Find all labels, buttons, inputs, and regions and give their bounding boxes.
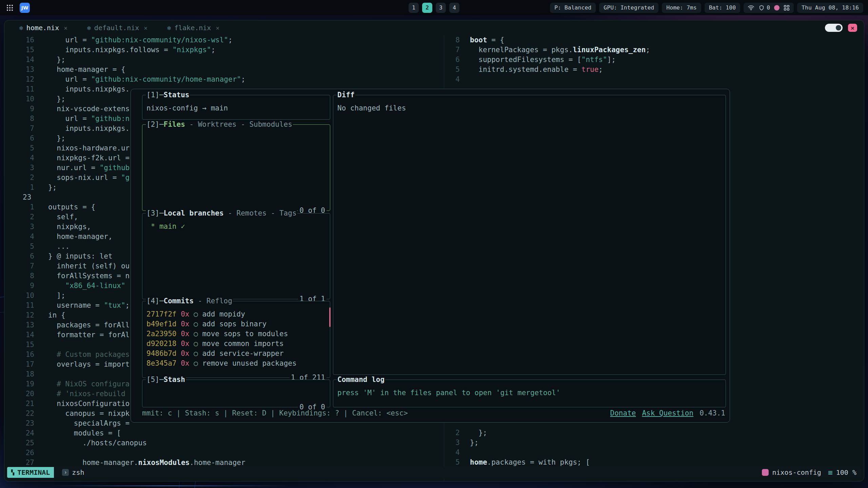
commit-row[interactable]: 2a23950 0x ○ move sops to modules <box>146 329 326 339</box>
workspaces: 1234 <box>409 3 459 13</box>
lazygit-status-panel[interactable]: [1]─Status nixos-config → main <box>142 95 330 120</box>
workspace-button-3[interactable]: 3 <box>436 3 446 13</box>
code-line: 13 home-manager = { <box>4 65 245 75</box>
session-name: nixos-config <box>772 468 821 476</box>
lazygit-branches-panel[interactable]: [3]─Local branches - Remotes - Tags * ma… <box>142 213 330 299</box>
mode-indicator: ▚ TERMINAL <box>7 467 54 478</box>
shell-tab-label: zsh <box>72 468 84 476</box>
pin-toggle[interactable] <box>825 24 843 32</box>
nix-flake-icon: ❄ <box>19 24 23 32</box>
lazygit-stash-panel[interactable]: [5]─Stash 0 of 0 <box>142 380 330 407</box>
tab-default.nix[interactable]: ❄default.nix× <box>87 24 147 32</box>
shield-icon[interactable] <box>758 4 765 11</box>
nix-flake-icon: ❄ <box>87 24 91 32</box>
code-line: 2 }; <box>430 428 590 438</box>
tab-zsh[interactable]: › zsh <box>57 467 90 478</box>
shield-count: 0 <box>767 4 770 11</box>
commit-row[interactable]: 2717f2f 0x ○ add mopidy <box>146 309 326 319</box>
code-line: 14 }; <box>4 55 245 65</box>
commit-row[interactable]: 9486b7d 0x ○ add service-wrapper <box>146 349 326 359</box>
status-module: GPU: Integrated <box>599 3 658 13</box>
color-indicator-icon[interactable] <box>774 5 780 11</box>
terminal-status-bar: ▚ TERMINAL › zsh nixos-config ≡ 100 % <box>7 467 861 478</box>
tab-close-icon[interactable]: × <box>216 24 219 32</box>
status-module: P: Balanced <box>550 3 596 13</box>
code-line: 27 home-manager.nixosModules.home-manage… <box>4 458 245 468</box>
commit-list: 2717f2f 0x ○ add mopidyb49ef1d 0x ○ add … <box>142 301 330 368</box>
tab-bar-tabs: ❄home.nix×❄default.nix×❄flake.nix× <box>19 24 219 32</box>
commits-scrollbar[interactable] <box>329 307 331 327</box>
donate-link[interactable]: Donate <box>610 408 636 418</box>
app-menu-icon[interactable] <box>5 3 15 13</box>
tab-close-icon[interactable]: × <box>144 24 147 32</box>
mode-label: TERMINAL <box>17 468 50 476</box>
grid-4-icon[interactable] <box>784 5 790 11</box>
lazygit-popup: [1]─Status nixos-config → main [2]─Files… <box>131 89 730 423</box>
code-line: 5home.packages = with pkgs; [ <box>430 458 590 467</box>
scroll-lines-icon: ≡ <box>828 468 833 477</box>
code-line: 4 <box>430 448 590 458</box>
code-line: 3}; <box>430 438 590 448</box>
wallpaper-glow-line <box>51 485 288 486</box>
tray: 0 <box>744 3 794 13</box>
scroll-percent: 100 % <box>836 468 856 476</box>
code-line: 25 ./hosts/canopus <box>4 438 245 448</box>
keybinding-hints: mmit: c | Stash: s | Reset: D | Keybindi… <box>142 408 408 418</box>
editor-pane-right-bottom[interactable]: 2 };3};45home.packages = with pkgs; [ <box>430 428 590 467</box>
lazygit-diff-panel[interactable]: Diff No changed files <box>333 95 726 375</box>
terminal-window: ❄home.nix×❄default.nix×❄flake.nix× × 16 … <box>4 20 864 482</box>
tab-bar: ❄home.nix×❄default.nix×❄flake.nix× × <box>4 20 864 35</box>
code-line: 7 kernelPackages = pkgs.linuxPackages_ze… <box>430 45 650 55</box>
code-line: 24 modules = [ <box>4 428 245 438</box>
workspace-button-2[interactable]: 2 <box>422 3 432 13</box>
status-module: Bat: 100 <box>705 3 740 13</box>
lazygit-commits-panel[interactable]: [4]─Commits - Reflog 2717f2f 0x ○ add mo… <box>142 301 330 378</box>
repo-branch-status: nixos-config → main <box>146 104 228 112</box>
toggle-knob <box>836 25 841 30</box>
code-line: 12 url = "github:nix-community/home-mana… <box>4 75 245 84</box>
tab-label: flake.nix <box>174 24 211 32</box>
tab-label: default.nix <box>94 24 139 32</box>
clock[interactable]: Thu Aug 08, 18:16 <box>797 3 863 13</box>
editor-pane-right-top[interactable]: 8boot = {7 kernelPackages = pkgs.linuxPa… <box>430 35 650 84</box>
diff-message: No changed files <box>337 104 406 112</box>
wifi-icon[interactable] <box>748 4 754 11</box>
code-line: 5 initrd.systemd.enable = true; <box>430 65 650 75</box>
tab-home.nix[interactable]: ❄home.nix× <box>19 24 67 32</box>
top-bar: JW 1234 P: BalancedGPU: IntegratedHome: … <box>0 0 868 15</box>
code-line: 26 <box>4 448 245 458</box>
session-badge-icon <box>762 469 769 476</box>
code-line: 15 inputs.nixpkgs.follows = "nixpkgs"; <box>4 45 245 55</box>
window-close-button[interactable]: × <box>848 24 857 32</box>
grid-9-icon <box>6 4 14 12</box>
commit-row[interactable]: 8e345a7 0x ○ remove unused packages <box>146 359 326 368</box>
code-line: 6 supportedFilesystems = ["ntfs"]; <box>430 55 650 65</box>
workspace-button-1[interactable]: 1 <box>409 3 419 13</box>
tab-flake.nix[interactable]: ❄flake.nix× <box>167 24 219 32</box>
logo-badge[interactable]: JW <box>20 3 30 13</box>
ask-question-link[interactable]: Ask Question <box>642 408 693 418</box>
lazygit-version: 0.43.1 <box>699 408 725 418</box>
code-line: 4 <box>430 75 650 84</box>
lazygit-help-bar: mmit: c | Stash: s | Reset: D | Keybindi… <box>142 408 725 418</box>
command-log-message: press 'M' in the files panel to open 'gi… <box>337 389 560 397</box>
commit-row[interactable]: b49ef1d 0x ○ add sops binary <box>146 319 326 329</box>
lazygit-command-log-panel[interactable]: Command log press 'M' in the files panel… <box>333 380 726 407</box>
workspace-button-4[interactable]: 4 <box>449 3 459 13</box>
code-line: 8boot = { <box>430 35 650 45</box>
tab-label: home.nix <box>26 24 59 32</box>
lazygit-files-panel[interactable]: [2]─Files - Worktrees - Submodules 0 of … <box>142 124 330 211</box>
status-module: Home: 7ms <box>662 3 701 13</box>
topbar-modules: P: BalancedGPU: IntegratedHome: 7msBat: … <box>550 3 740 13</box>
commit-row[interactable]: d920218 0x ○ move common imports <box>146 339 326 349</box>
tab-close-icon[interactable]: × <box>64 24 67 32</box>
zellij-mode-icon: ▚ <box>11 469 14 475</box>
code-line: 16 url = "github:nix-community/nixos-wsl… <box>4 35 245 45</box>
nix-flake-icon: ❄ <box>167 24 171 32</box>
shell-prompt-icon: › <box>62 469 69 476</box>
branch-row[interactable]: * main ✓ <box>146 222 185 230</box>
